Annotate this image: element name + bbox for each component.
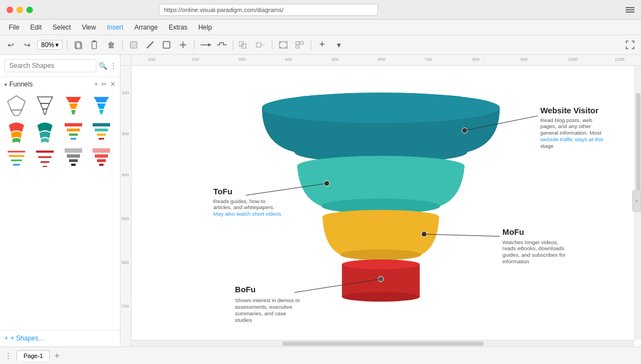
minimize-button[interactable]: [16, 7, 23, 13]
svg-text:ToFu: ToFu: [213, 187, 232, 196]
extra-style-button[interactable]: [176, 38, 190, 51]
svg-marker-10: [208, 43, 211, 47]
shape-thumb-11[interactable]: [61, 146, 85, 170]
menu-insert[interactable]: Insert: [102, 22, 128, 32]
svg-rect-49: [71, 164, 76, 166]
shape-outline-button[interactable]: [160, 38, 173, 51]
url-text: https://online.visual-paradigm.com/diagr…: [164, 7, 283, 13]
edit-section-icon[interactable]: ✏: [101, 80, 107, 88]
toolbar: ↩ ↪ 80% ▾ 🗑 + ▾: [0, 35, 641, 55]
ruler-corner: [121, 55, 131, 66]
svg-marker-25: [69, 103, 78, 109]
svg-point-85: [342, 259, 420, 269]
close-button[interactable]: [7, 7, 13, 13]
svg-rect-5: [93, 41, 95, 42]
shape-thumb-10[interactable]: [33, 146, 57, 170]
zoom-level: 80%: [41, 41, 54, 49]
sidebar: 🔍 ⋮ ▾ Funnels + ✏ ✕: [0, 55, 121, 346]
page-tab-1[interactable]: Page-1: [16, 350, 50, 361]
search-bar: 🔍 ⋮: [0, 55, 120, 77]
add-more-button[interactable]: ▾: [332, 38, 345, 51]
svg-text:assessments, executive: assessments, executive: [235, 304, 293, 310]
delete-button[interactable]: 🗑: [105, 38, 118, 51]
add-button[interactable]: +: [316, 38, 329, 51]
shape-thumb-12[interactable]: [89, 146, 113, 170]
menu-edit[interactable]: Edit: [26, 22, 46, 32]
svg-text:studies: studies: [235, 317, 252, 323]
line-color-button[interactable]: [144, 38, 157, 51]
add-shapes-button[interactable]: + + Shapes...: [0, 330, 120, 346]
svg-rect-17: [300, 42, 304, 44]
svg-marker-21: [37, 97, 53, 103]
svg-marker-20: [11, 110, 22, 115]
titlebar: https://online.visual-paradigm.com/diagr…: [0, 0, 641, 20]
chevron-icon: ▾: [4, 82, 7, 88]
svg-marker-26: [71, 110, 76, 114]
section-header-funnels[interactable]: ▾ Funnels + ✏ ✕: [0, 77, 120, 91]
svg-point-84: [342, 292, 420, 302]
more-options-icon[interactable]: ⋮: [110, 61, 117, 70]
close-section-icon[interactable]: ✕: [110, 80, 116, 88]
maximize-button[interactable]: [26, 7, 33, 13]
paste-style-button[interactable]: [88, 38, 101, 51]
svg-rect-30: [65, 123, 82, 126]
shape-thumb-8[interactable]: [89, 120, 113, 144]
svg-rect-15: [279, 42, 287, 48]
add-page-button[interactable]: +: [54, 351, 59, 361]
shape-thumb-7[interactable]: [61, 120, 85, 144]
menu-file[interactable]: File: [4, 22, 24, 32]
canvas[interactable]: Website Visitor Read blog posts, web pag…: [131, 66, 641, 346]
shape-thumb-6[interactable]: [33, 120, 57, 144]
svg-rect-6: [130, 42, 137, 48]
svg-text:Watches longer videos,: Watches longer videos,: [502, 239, 558, 245]
svg-rect-16: [296, 42, 299, 44]
menu-extras[interactable]: Extras: [164, 22, 192, 32]
svg-rect-51: [95, 154, 108, 158]
zoom-arrow: ▾: [55, 41, 59, 49]
zoom-control[interactable]: 80% ▾: [37, 40, 62, 50]
funnel-diagram: Website Visitor Read blog posts, web pag…: [131, 66, 641, 346]
menu-help[interactable]: Help: [194, 22, 216, 32]
canvas-area[interactable]: 100 200 300 400 500 600 700 800 900 1000…: [121, 55, 641, 346]
menu-arrange[interactable]: Arrange: [130, 22, 162, 32]
url-bar[interactable]: https://online.visual-paradigm.com/diagr…: [159, 4, 378, 16]
v-scrollbar-thumb[interactable]: [636, 93, 640, 203]
collapse-panel-button[interactable]: ›: [632, 190, 641, 212]
traffic-lights: [7, 7, 33, 13]
svg-rect-52: [97, 159, 106, 162]
fit-page-button[interactable]: [277, 38, 290, 51]
copy-style-button[interactable]: [72, 38, 85, 51]
search-input[interactable]: [4, 59, 96, 72]
bottom-bar: ⋮ Page-1 +: [0, 346, 641, 364]
menu-view[interactable]: View: [77, 22, 100, 32]
menu-select[interactable]: Select: [48, 22, 75, 32]
connector-button[interactable]: [199, 38, 212, 51]
shape-thumb-3[interactable]: [61, 94, 85, 118]
section-label: Funnels: [9, 80, 33, 88]
fullscreen-button[interactable]: [623, 38, 637, 51]
shape-thumb-1[interactable]: [4, 94, 28, 118]
snap-button[interactable]: [254, 38, 267, 51]
arrange-button[interactable]: [238, 38, 251, 51]
svg-marker-22: [41, 103, 49, 109]
svg-point-56: [262, 93, 500, 123]
shape-thumb-9[interactable]: [4, 146, 28, 170]
page-menu-button[interactable]: ⋮: [4, 351, 12, 360]
shape-section: ▾ Funnels + ✏ ✕: [0, 77, 120, 330]
shape-thumb-5[interactable]: [4, 120, 28, 144]
shape-thumb-4[interactable]: [89, 94, 113, 118]
fill-color-button[interactable]: [127, 38, 140, 51]
svg-rect-32: [69, 134, 78, 136]
svg-marker-28: [97, 103, 106, 109]
redo-button[interactable]: ↪: [21, 38, 34, 51]
h-scrollbar-thumb[interactable]: [282, 342, 483, 346]
waypoint-button[interactable]: [215, 38, 228, 51]
svg-text:MoFu: MoFu: [502, 228, 524, 236]
hamburger-menu[interactable]: [626, 7, 634, 13]
undo-button[interactable]: ↩: [4, 38, 18, 51]
snap-to-grid-button[interactable]: [293, 38, 306, 51]
h-scrollbar[interactable]: [131, 340, 634, 346]
shape-thumb-2[interactable]: [33, 94, 57, 118]
add-section-icon[interactable]: +: [94, 80, 98, 88]
page-tab-label: Page-1: [24, 353, 43, 359]
